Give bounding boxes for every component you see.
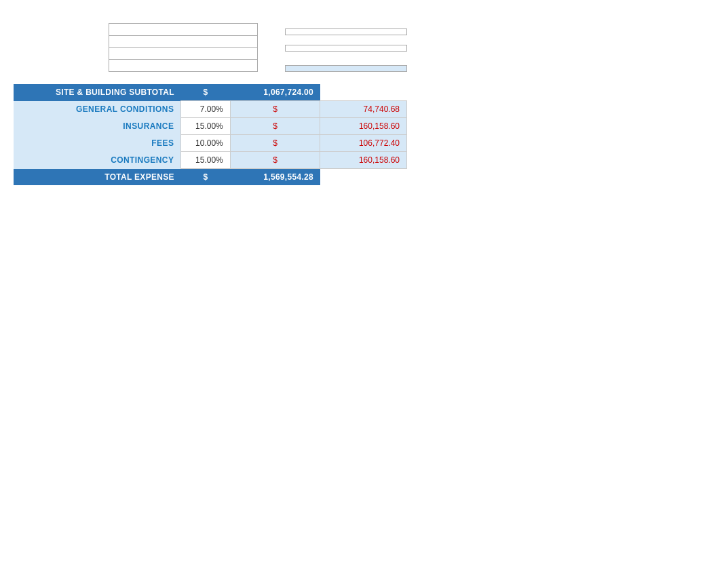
summary-label-0: GENERAL CONDITIONS [14, 101, 181, 118]
summary-row-1: INSURANCE 15.00% $ 160,158.60 [14, 118, 407, 135]
subtotal-value: 1,067,724.00 [230, 84, 320, 101]
info-table [14, 23, 258, 72]
summary-pct-1[interactable]: 15.00% [181, 118, 230, 135]
summary-pct-3[interactable]: 15.00% [181, 152, 230, 169]
contractor-value[interactable] [109, 47, 258, 60]
project-name-label [14, 35, 109, 47]
project-name-row [14, 35, 258, 47]
site-sf-value[interactable] [285, 28, 407, 35]
summary-label-2: FEES [14, 135, 181, 152]
summary-row-2: FEES 10.00% $ 106,772.40 [14, 135, 407, 152]
summary-value-1: 160,158.60 [320, 118, 407, 135]
subtotal-row: SITE & BUILDING SUBTOTAL $ 1,067,724.00 [14, 84, 407, 101]
project-name-value[interactable] [109, 35, 258, 47]
summary-pct-2[interactable]: 10.00% [181, 135, 230, 152]
summary-label-3: CONTINGENCY [14, 152, 181, 169]
total-sf-value [285, 65, 407, 72]
subtotal-label: SITE & BUILDING SUBTOTAL [14, 84, 181, 101]
units-value[interactable] [109, 60, 258, 72]
building-sf-value[interactable] [285, 45, 407, 52]
summary-value-3: 160,158.60 [320, 152, 407, 169]
summary-dollar-3: $ [230, 152, 320, 169]
contractor-row [14, 47, 258, 60]
summary-row-0: GENERAL CONDITIONS 7.00% $ 74,740.68 [14, 101, 407, 118]
subtotal-dollar: $ [181, 84, 230, 101]
units-row [14, 60, 258, 72]
units-label [14, 60, 109, 72]
summary-value-0: 74,740.68 [320, 101, 407, 118]
total-label: TOTAL EXPENSE [14, 169, 181, 186]
date-value[interactable] [109, 24, 258, 36]
top-section [14, 23, 714, 72]
date-label [14, 24, 109, 36]
summary-row-3: CONTINGENCY 15.00% $ 160,158.60 [14, 152, 407, 169]
date-row [14, 24, 258, 36]
total-expense-row: TOTAL EXPENSE $ 1,569,554.28 [14, 169, 407, 186]
summary-value-2: 106,772.40 [320, 135, 407, 152]
summary-dollar-0: $ [230, 101, 320, 118]
contractor-label [14, 47, 109, 60]
summary-table: SITE & BUILDING SUBTOTAL $ 1,067,724.00 … [14, 84, 407, 185]
summary-label-1: INSURANCE [14, 118, 181, 135]
total-value: 1,569,554.28 [230, 169, 320, 186]
summary-pct-0[interactable]: 7.00% [181, 101, 230, 118]
right-section [285, 23, 407, 72]
total-dollar: $ [181, 169, 230, 186]
summary-dollar-2: $ [230, 135, 320, 152]
summary-dollar-1: $ [230, 118, 320, 135]
